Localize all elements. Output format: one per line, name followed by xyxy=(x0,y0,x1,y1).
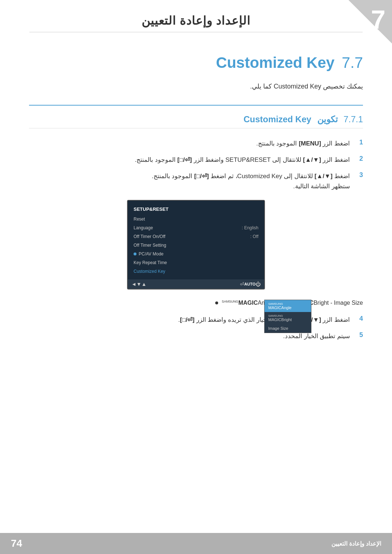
step-3-text: اضغط [▼/▲] للانتقال إلى Customized Key، … xyxy=(29,171,350,191)
menu-item-pcav: PC/AV Mode xyxy=(128,250,264,258)
menu-label-offtimer-setting: Off Timer Setting xyxy=(134,243,258,248)
step-2-text: اضغط الزر [▼/▲] للانتقال إلى SETUP&RESET… xyxy=(29,155,350,165)
menu-label-pcav: PC/AV Mode xyxy=(139,251,258,257)
subsection-title-en: Customized Key xyxy=(244,114,311,124)
menu-item-offtimer-onoff: Off Timer On/Off : Off xyxy=(128,232,264,241)
steps-container: 1 اضغط الزر [MENU] الموجود بالمنتج. 2 اض… xyxy=(29,139,363,341)
menu-item-customized-key: Customized Key SAMSUNG MAGICAngle SAMSUN… xyxy=(128,267,264,276)
chapter-number: 7 xyxy=(371,7,385,33)
dropdown-item-image-size: Image Size xyxy=(265,324,311,333)
menu-item-reset: Reset xyxy=(128,215,264,223)
menu-label-keyrepeat: Key Repeat Time xyxy=(134,260,258,265)
menu-label-customized-key: Customized Key xyxy=(134,269,258,274)
samsung-label-bright: SAMSUNG xyxy=(268,314,307,317)
menu-item-offtimer-setting: Off Timer Setting xyxy=(128,241,264,250)
image-size-text: Image Size xyxy=(268,326,288,331)
corner-decoration: 7 xyxy=(348,0,392,44)
step-4-number: 4 xyxy=(354,315,363,323)
btn-auto: AUTO xyxy=(244,282,256,286)
menu-label-reset: Reset xyxy=(134,217,258,222)
step-1-text: اضغط الزر [MENU] الموجود بالمنتج. xyxy=(29,139,350,148)
dot-indicator xyxy=(134,253,136,255)
menu-item-keyrepeat: Key Repeat Time xyxy=(128,258,264,267)
monitor-screen: SETUP&RESET Reset Language : English Off… xyxy=(127,200,265,290)
menu-value-offtimer-onoff: : Off xyxy=(250,234,258,239)
step-1-number: 1 xyxy=(354,139,363,146)
menu-label-language: Language xyxy=(134,225,242,230)
step-5: 5 سيتم تطبيق الخيار المحدد. xyxy=(29,331,363,341)
magic-angle-text: MAGICAngle xyxy=(268,305,291,310)
footer-text: الإعداد وإعادة التعيين xyxy=(331,540,381,547)
screen-illustration: SETUP&RESET Reset Language : English Off… xyxy=(29,200,363,290)
page-header: الإعداد وإعادة التعيين xyxy=(0,0,392,36)
menu-item-language: Language : English xyxy=(128,223,264,232)
step-3: 3 اضغط [▼/▲] للانتقال إلى Customized Key… xyxy=(29,171,363,191)
menu-header: SETUP&RESET xyxy=(128,204,264,215)
intro-text: يمكنك تخصيص Customized Key كما يلي. xyxy=(29,82,363,90)
step-2: 2 اضغط الزر [▼/▲] للانتقال إلى SETUP&RES… xyxy=(29,155,363,165)
section-number: 7.7 xyxy=(342,54,363,71)
step-4: 4 اضغط الزر [▼/▲] للانتقال إلى الخيار ال… xyxy=(29,315,363,325)
btn-left: ◄ xyxy=(131,281,136,287)
section-heading: Customized Key 7.7 xyxy=(29,54,363,71)
btn-up: ▲ xyxy=(142,281,147,287)
btn-power: ⏻ xyxy=(256,281,261,287)
subsection-title-ar: تكوين xyxy=(317,114,338,124)
btn-enter: ⏎ xyxy=(240,281,244,287)
bullet-dot xyxy=(215,301,218,304)
subsection-heading: Customized Key تكوين 7.7.1 xyxy=(29,114,363,128)
step-3-number: 3 xyxy=(354,171,363,179)
step-1: 1 اضغط الزر [MENU] الموجود بالمنتج. xyxy=(29,139,363,148)
section-divider xyxy=(29,105,363,106)
btn-down: ▼ xyxy=(136,281,142,287)
page-footer: الإعداد وإعادة التعيين 74 xyxy=(0,533,392,554)
dropdown-item-magic-angle: SAMSUNG MAGICAngle xyxy=(265,300,311,312)
header-divider xyxy=(29,32,363,32)
monitor-menu: SETUP&RESET Reset Language : English Off… xyxy=(128,201,264,279)
monitor-bottom-controls: ◄ ▼ ▲ ⏎ AUTO ⏻ xyxy=(128,279,264,289)
page-title: الإعداد وإعادة التعيين xyxy=(0,14,392,28)
samsung-label-angle: SAMSUNG xyxy=(268,302,307,305)
step-5-number: 5 xyxy=(354,331,363,339)
magic-bright-text: MAGICBright xyxy=(268,317,292,322)
main-content: Customized Key 7.7 يمكنك تخصيص Customize… xyxy=(0,36,392,384)
dropdown-popup: SAMSUNG MAGICAngle SAMSUNG MAGICBright I… xyxy=(264,300,311,333)
footer-page-number: 74 xyxy=(11,538,22,549)
menu-value-language: : English xyxy=(242,225,258,230)
step-2-number: 2 xyxy=(354,155,363,163)
subsection-number: 7.7.1 xyxy=(344,114,363,124)
section-title: Customized Key xyxy=(216,54,335,71)
dropdown-item-magic-bright: SAMSUNG MAGICBright xyxy=(265,312,311,324)
menu-label-offtimer-onoff: Off Timer On/Off xyxy=(134,234,250,239)
intro-text-content: يمكنك تخصيص Customized Key كما يلي. xyxy=(250,83,363,90)
bullet-section: SAMSUNGMAGICAngle - SAMSUNGMAGICBright -… xyxy=(29,300,363,306)
